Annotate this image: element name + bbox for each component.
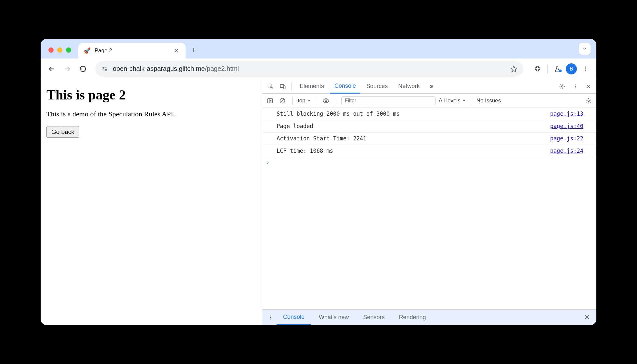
page-viewport: This is page 2 This is a demo of the Spe… <box>41 79 262 325</box>
divider <box>547 64 548 73</box>
tab-title: Page 2 <box>95 47 168 54</box>
svg-point-2 <box>103 67 104 68</box>
sidebar-toggle-icon[interactable] <box>266 96 275 105</box>
toolbar: open-chalk-asparagus.glitch.me/page2.htm… <box>41 58 596 79</box>
site-settings-icon[interactable] <box>101 65 108 72</box>
console-prompt[interactable]: › <box>262 157 596 168</box>
log-source-link[interactable]: page.js:13 <box>550 109 583 119</box>
svg-point-16 <box>575 87 576 88</box>
content-area: This is page 2 This is a demo of the Spe… <box>41 79 596 325</box>
kebab-icon[interactable] <box>570 81 581 92</box>
forward-button[interactable] <box>61 62 74 75</box>
svg-point-29 <box>270 318 271 319</box>
device-toggle-icon[interactable] <box>277 81 288 92</box>
drawer-tab-rendering[interactable]: Rendering <box>393 310 433 325</box>
divider <box>292 83 292 90</box>
tab-strip: 🚀 Page 2 ✕ + <box>41 39 596 58</box>
devtools-drawer: Console What's new Sensors Rendering ✕ <box>262 309 596 325</box>
svg-point-8 <box>585 68 586 69</box>
log-message: Still blocking 2000 ms out of 3000 ms <box>277 109 550 119</box>
issues-indicator[interactable]: No Issues <box>476 98 501 104</box>
svg-point-13 <box>562 85 563 87</box>
svg-marker-6 <box>511 66 517 72</box>
devtools-tab-bar: Elements Console Sources Network <box>262 79 596 94</box>
reload-button[interactable] <box>76 62 89 75</box>
live-expression-eye-icon[interactable] <box>321 96 331 105</box>
console-settings-gear-icon[interactable] <box>584 96 593 105</box>
log-message: Activation Start Time: 2241 <box>277 134 550 143</box>
console-body: Still blocking 2000 ms out of 3000 ms pa… <box>262 108 596 309</box>
divider <box>336 97 336 105</box>
back-button[interactable] <box>45 62 58 75</box>
tab-console[interactable]: Console <box>330 79 360 94</box>
context-selector[interactable]: top <box>298 98 311 104</box>
divider <box>292 97 292 105</box>
log-message: LCP time: 1068 ms <box>277 146 550 156</box>
divider <box>471 97 471 105</box>
window-controls <box>579 43 591 55</box>
log-row: Still blocking 2000 ms out of 3000 ms pa… <box>262 108 596 120</box>
drawer-tab-console[interactable]: Console <box>277 310 311 325</box>
tab-sources[interactable]: Sources <box>362 80 392 93</box>
devtools-panel: Elements Console Sources Network <box>262 79 596 325</box>
log-row: Activation Start Time: 2241 page.js:22 <box>262 133 596 145</box>
svg-point-4 <box>106 69 107 70</box>
svg-point-14 <box>575 84 576 85</box>
labs-flask-icon[interactable] <box>551 62 564 75</box>
profile-avatar[interactable]: B <box>566 63 577 74</box>
filter-input[interactable] <box>341 96 436 105</box>
log-source-link[interactable]: page.js:22 <box>550 134 583 143</box>
address-bar[interactable]: open-chalk-asparagus.glitch.me/page2.htm… <box>95 61 523 77</box>
close-window-button[interactable] <box>48 47 54 53</box>
svg-marker-23 <box>308 100 310 101</box>
log-row: LCP time: 1068 ms page.js:24 <box>262 145 596 157</box>
clear-console-icon[interactable] <box>278 96 287 105</box>
svg-point-9 <box>585 70 586 71</box>
drawer-tab-whatsnew[interactable]: What's new <box>312 310 355 325</box>
bookmark-star-icon[interactable] <box>510 65 517 72</box>
log-row: Page loaded page.js:40 <box>262 120 596 133</box>
new-tab-button[interactable]: + <box>191 46 196 55</box>
svg-point-27 <box>270 316 271 317</box>
minimize-window-button[interactable] <box>57 47 62 53</box>
page-paragraph: This is a demo of the Speculation Rules … <box>46 110 256 118</box>
page-heading: This is page 2 <box>46 87 256 103</box>
log-source-link[interactable]: page.js:24 <box>550 146 583 156</box>
traffic-lights <box>48 47 71 53</box>
svg-point-28 <box>270 317 271 318</box>
log-levels-selector[interactable]: All levels <box>439 98 466 104</box>
svg-marker-25 <box>463 100 465 101</box>
svg-line-22 <box>281 99 284 102</box>
browser-window: 🚀 Page 2 ✕ + open-chalk-asparagus.glitch… <box>41 39 596 325</box>
console-toolbar: top All levels No Issues <box>262 94 596 108</box>
log-source-link[interactable]: page.js:40 <box>550 122 583 131</box>
drawer-close-icon[interactable]: ✕ <box>581 313 592 322</box>
svg-point-24 <box>325 100 327 102</box>
svg-rect-19 <box>268 98 273 103</box>
svg-point-15 <box>575 86 576 87</box>
tab-favicon-icon: 🚀 <box>84 47 91 54</box>
tab-elements[interactable]: Elements <box>295 80 329 93</box>
inspect-element-icon[interactable] <box>265 81 276 92</box>
go-back-button[interactable]: Go back <box>46 126 79 138</box>
more-tabs-icon[interactable] <box>425 81 436 92</box>
tab-close-icon[interactable]: ✕ <box>172 47 180 55</box>
chevron-down-icon[interactable] <box>579 43 591 55</box>
extensions-icon[interactable] <box>531 62 544 75</box>
drawer-kebab-icon[interactable] <box>266 313 275 322</box>
maximize-window-button[interactable] <box>66 47 71 53</box>
close-devtools-icon[interactable] <box>583 81 594 92</box>
tab-network[interactable]: Network <box>394 80 424 93</box>
toolbar-right: B <box>531 62 592 75</box>
menu-kebab-icon[interactable] <box>579 62 592 75</box>
drawer-tab-sensors[interactable]: Sensors <box>357 310 391 325</box>
url-text: open-chalk-asparagus.glitch.me/page2.htm… <box>113 65 506 72</box>
svg-point-26 <box>588 100 590 101</box>
gear-icon[interactable] <box>557 81 568 92</box>
log-message: Page loaded <box>277 122 550 131</box>
divider <box>316 97 316 105</box>
svg-point-7 <box>585 66 586 67</box>
browser-tab[interactable]: 🚀 Page 2 ✕ <box>78 43 186 58</box>
